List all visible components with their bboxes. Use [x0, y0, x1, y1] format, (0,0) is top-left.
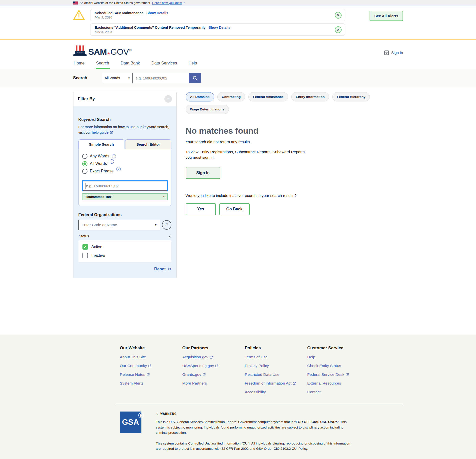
dismiss-alert-button[interactable]: ✕	[335, 12, 342, 18]
footer-link-restricted-data-use[interactable]: Restricted Data Use	[245, 372, 280, 377]
dismiss-alert-button[interactable]: ✕	[335, 26, 342, 33]
domain-tab-contracting[interactable]: Contracting	[217, 92, 245, 101]
collapse-filters-button[interactable]: −	[164, 95, 172, 103]
alert-date: Mar 6, 2026	[95, 30, 330, 34]
footer-link-grants-gov[interactable]: Grants.gov	[182, 372, 206, 377]
warning-paragraph-2: This system contains Controlled Unclassi…	[156, 441, 356, 452]
gov-banner-text: An official website of the United States…	[80, 1, 150, 5]
filter-title: Filter By	[78, 96, 95, 101]
domain-tab-entity-information[interactable]: Entity Information	[291, 92, 329, 101]
footer-link-help[interactable]: Help	[307, 355, 315, 359]
federal-org-combobox[interactable]: Enter Code or Name ▾	[78, 220, 160, 230]
gsa-logo: GSA ®	[120, 412, 141, 433]
radio-button[interactable]	[82, 161, 87, 166]
footer-link-privacy-policy[interactable]: Privacy Policy	[245, 364, 269, 368]
checkbox-inactive[interactable]: Inactive	[82, 253, 167, 258]
footer-link-about-this-site[interactable]: About This Site	[120, 355, 146, 359]
registered-mark: ®	[138, 411, 144, 420]
sign-in-button[interactable]: Sign In	[186, 167, 220, 179]
radio-any-words[interactable]: Any Words i	[82, 154, 168, 159]
info-icon[interactable]: i	[112, 154, 116, 158]
footer-link-check-entity-status[interactable]: Check Entity Status	[307, 364, 341, 368]
see-all-alerts-button[interactable]: See All Alerts	[370, 11, 403, 21]
search-mode-select[interactable]: All Words ▾	[102, 73, 133, 83]
ellipsis-icon: •••	[165, 222, 169, 226]
dropdown-arrow-icon: ▾	[128, 76, 130, 80]
footer-link-usaspending-gov[interactable]: USASpending.gov	[182, 364, 219, 368]
external-link-icon	[110, 131, 113, 134]
results-area: All Domains Contracting Federal Assistan…	[186, 92, 403, 215]
footer-link-foia[interactable]: Freedom of Information Act	[245, 381, 296, 386]
footer-link-system-alerts[interactable]: System Alerts	[120, 381, 144, 386]
alert-card: Scheduled SAM MaintenanceShow Details Ma…	[90, 9, 345, 21]
dropdown-arrow-icon: ▾	[155, 223, 157, 227]
checkbox-unchecked-icon[interactable]	[82, 253, 88, 258]
footer-link-accessibility[interactable]: Accessibility	[245, 390, 266, 394]
external-link-icon	[148, 364, 151, 368]
chevron-down-icon	[183, 1, 185, 3]
checkbox-active[interactable]: ✓ Active	[82, 244, 167, 250]
yes-button[interactable]: Yes	[186, 203, 216, 215]
footer-link-federal-service-desk[interactable]: Federal Service Desk	[307, 372, 349, 377]
info-icon[interactable]: i	[110, 159, 114, 164]
search-icon	[192, 75, 198, 81]
domain-tab-federal-hierarchy[interactable]: Federal Hierarchy	[332, 92, 370, 101]
alert-title: Scheduled SAM Maintenance	[95, 11, 143, 15]
footer-link-terms-of-use[interactable]: Terms of Use	[245, 355, 268, 359]
registered-mark: ®	[129, 48, 131, 52]
status-section-toggle[interactable]: Status	[78, 234, 171, 238]
uncle-sam-hat-icon	[73, 45, 87, 57]
radio-button[interactable]	[82, 154, 87, 159]
footer-link-release-notes[interactable]: Release Notes	[120, 372, 150, 377]
external-link-icon	[210, 356, 213, 359]
checkbox-checked-icon[interactable]: ✓	[82, 244, 88, 250]
close-icon: ✕	[337, 28, 340, 31]
chip-remove-button[interactable]: ×	[163, 195, 165, 199]
minus-icon: −	[167, 97, 169, 101]
show-details-link[interactable]: Show Details	[209, 25, 230, 29]
sign-in-prompt: To view Entity Registrations, Subcontrac…	[186, 149, 312, 160]
header-sign-in-link[interactable]: Sign In	[384, 50, 403, 55]
nav-item-search[interactable]: Search	[96, 58, 110, 69]
footer-link-contact[interactable]: Contact	[307, 390, 321, 394]
domain-tab-wage-determinations[interactable]: Wage Determinations	[186, 105, 229, 114]
nav-item-data-services[interactable]: Data Services	[151, 58, 178, 69]
main-nav: Home Search Data Bank Data Services Help	[0, 58, 476, 69]
us-flag-icon	[73, 1, 78, 4]
external-link-icon	[346, 373, 349, 376]
show-details-link[interactable]: Show Details	[146, 11, 168, 15]
info-icon[interactable]: i	[116, 167, 121, 171]
keyword-input[interactable]: e.g. 1606N020Q02	[82, 180, 168, 191]
reset-link[interactable]: Reset	[154, 267, 166, 272]
footer-link-external-resources[interactable]: External Resources	[307, 381, 341, 386]
alerts-section: Scheduled SAM MaintenanceShow Details Ma…	[0, 6, 476, 40]
nav-item-help[interactable]: Help	[188, 58, 198, 69]
domain-tab-all-domains[interactable]: All Domains	[186, 92, 214, 101]
sam-gov-logo[interactable]: SAM★GOV®	[73, 45, 132, 57]
footer-link-acquisition-gov[interactable]: Acquisition.gov	[182, 355, 213, 359]
warning-paragraph-1: This is a U.S. General Services Administ…	[156, 419, 356, 436]
radio-button[interactable]	[82, 169, 87, 174]
footer-link-our-community[interactable]: Our Community	[120, 364, 152, 368]
no-results-message: Your search did not return any results.	[186, 140, 403, 144]
warning-icon: ⚠	[156, 412, 158, 416]
search-input[interactable]	[133, 73, 189, 83]
tab-search-editor[interactable]: Search Editor	[125, 139, 171, 149]
domain-tab-federal-assistance[interactable]: Federal Assistance	[248, 92, 288, 101]
keyword-chip: "Muhammed Tan" ×	[82, 193, 168, 200]
radio-all-words[interactable]: All Words i	[82, 161, 168, 166]
reset-icon[interactable]: ↻	[168, 267, 171, 272]
more-options-button[interactable]: •••	[162, 220, 171, 230]
tab-simple-search[interactable]: Simple Search	[78, 139, 125, 149]
how-you-know-link[interactable]: Here's how you know	[152, 1, 184, 5]
external-link-icon	[215, 364, 218, 368]
footer-column-our-website: Our Website About This Site Our Communit…	[120, 346, 182, 394]
go-back-button[interactable]: Go Back	[219, 203, 250, 215]
footer-column-customer-service: Customer Service Help Check Entity Statu…	[307, 346, 370, 394]
footer-link-more-partners[interactable]: More Partners	[182, 381, 207, 386]
help-guide-link[interactable]: help guide	[92, 130, 113, 135]
nav-item-home[interactable]: Home	[73, 58, 85, 69]
radio-exact-phrase[interactable]: Exact Phrase i	[82, 169, 168, 174]
search-button[interactable]	[189, 73, 201, 83]
nav-item-data-bank[interactable]: Data Bank	[120, 58, 140, 69]
